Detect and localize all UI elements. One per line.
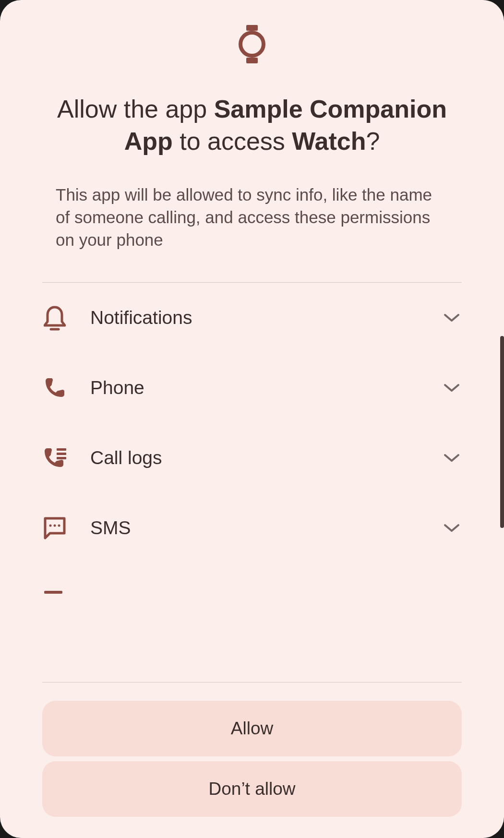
title-target: Watch xyxy=(292,127,366,155)
svg-rect-4 xyxy=(57,448,66,451)
svg-rect-0 xyxy=(246,25,258,31)
chevron-down-icon xyxy=(442,453,462,463)
sms-icon xyxy=(42,516,67,540)
svg-rect-6 xyxy=(57,457,66,459)
svg-rect-10 xyxy=(44,591,62,594)
svg-rect-5 xyxy=(57,453,66,455)
button-area: Allow Don’t allow xyxy=(0,682,504,838)
svg-rect-2 xyxy=(246,58,258,63)
title-middle: to access xyxy=(173,127,292,155)
watch-icon xyxy=(238,25,266,65)
permission-row-sms[interactable]: SMS xyxy=(42,493,462,563)
permission-row-partial[interactable] xyxy=(42,589,462,600)
title-prefix: Allow the app xyxy=(57,95,214,123)
permission-row-call-logs[interactable]: Call logs xyxy=(42,423,462,493)
permission-list[interactable]: Notifications Phone xyxy=(0,283,504,682)
contacts-icon xyxy=(42,589,64,598)
svg-point-7 xyxy=(49,524,52,527)
phone-icon xyxy=(42,376,67,399)
svg-point-1 xyxy=(240,33,264,56)
permission-label: Call logs xyxy=(90,447,419,468)
chevron-down-icon xyxy=(442,313,462,323)
permission-label: Phone xyxy=(90,377,419,398)
permission-dialog: Allow the app Sample Companion App to ac… xyxy=(0,0,504,838)
permission-row-notifications[interactable]: Notifications xyxy=(42,283,462,353)
allow-button[interactable]: Allow xyxy=(42,701,462,756)
chevron-down-icon xyxy=(442,523,462,533)
permission-label: Notifications xyxy=(90,307,419,328)
svg-point-8 xyxy=(54,524,56,527)
chevron-down-icon xyxy=(442,383,462,393)
call-logs-icon xyxy=(42,446,67,469)
notification-icon xyxy=(42,304,67,331)
dialog-description: This app will be allowed to sync info, l… xyxy=(0,157,504,251)
permission-label: SMS xyxy=(90,517,419,539)
title-suffix: ? xyxy=(366,127,380,155)
dialog-icon-area xyxy=(0,0,504,80)
dialog-title: Allow the app Sample Companion App to ac… xyxy=(0,93,504,157)
permission-row-phone[interactable]: Phone xyxy=(42,353,462,423)
deny-button[interactable]: Don’t allow xyxy=(42,761,462,817)
svg-point-9 xyxy=(58,524,60,527)
scrollbar[interactable] xyxy=(500,336,504,528)
